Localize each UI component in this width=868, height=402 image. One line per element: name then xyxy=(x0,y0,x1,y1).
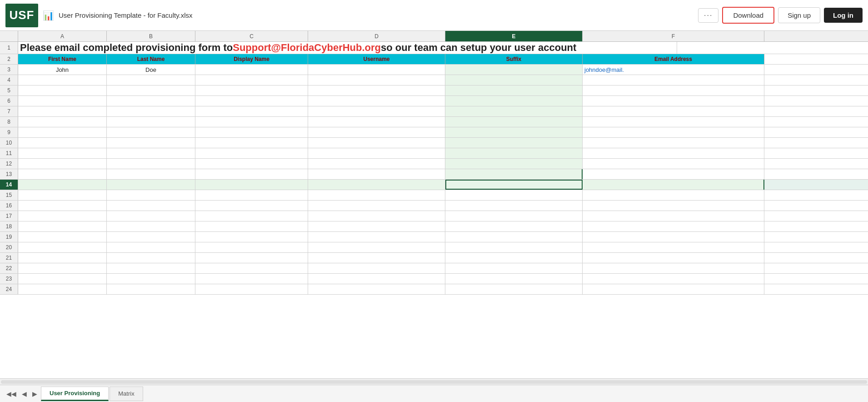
horizontal-scrollbar[interactable] xyxy=(0,378,868,385)
grid-row-18: 18 xyxy=(0,221,868,232)
grid-scroll[interactable]: 1 Please email completed provisioning fo… xyxy=(0,42,868,378)
row1-email-link[interactable]: Support@FloridaCyberHub.org xyxy=(233,42,381,54)
first-sheet-button[interactable]: ◀◀ xyxy=(4,388,19,399)
cell-header-firstname: First Name xyxy=(18,54,107,64)
grid-row-19: 19 xyxy=(0,232,868,242)
col-header-d[interactable]: D xyxy=(308,31,445,41)
row-num-3: 3 xyxy=(0,65,18,75)
grid-row-14: 14 xyxy=(0,180,868,190)
prev-sheet-button[interactable]: ◀ xyxy=(19,388,30,399)
grid-row-10: 10 xyxy=(0,138,868,148)
col-header-e[interactable]: E xyxy=(445,31,583,41)
header: USF 📊 User Provisioning Template - for F… xyxy=(0,0,868,31)
more-button[interactable]: ··· xyxy=(698,8,718,23)
grid-row-7: 7 xyxy=(0,106,868,117)
cell-3-b[interactable]: Doe xyxy=(107,65,195,75)
usf-logo: USF xyxy=(5,4,38,27)
cell-3-f[interactable]: johndoe@mail. xyxy=(583,65,764,75)
cell-3-c[interactable] xyxy=(195,65,308,75)
cell-3-e[interactable] xyxy=(445,65,583,75)
grid-row-15: 15 xyxy=(0,190,868,201)
cell-3-d[interactable] xyxy=(308,65,445,75)
grid-row-1: 1 Please email completed provisioning fo… xyxy=(0,42,868,54)
grid-row-3: 3 John Doe johndoe@mail. xyxy=(0,65,868,75)
col-header-b[interactable]: B xyxy=(107,31,195,41)
row-num-header-corner xyxy=(0,31,18,41)
cell-header-displayname: Display Name xyxy=(195,54,308,64)
cell-header-suffix: Suffix xyxy=(445,54,583,64)
cell-header-email: Email Address xyxy=(583,54,764,64)
grid-row-21: 21 xyxy=(0,253,868,263)
file-icon: 📊 xyxy=(43,10,54,21)
row-num-14: 14 xyxy=(0,180,18,190)
cell-header-lastname: Last Name xyxy=(107,54,195,64)
cell-3-a[interactable]: John xyxy=(18,65,107,75)
grid-row-24: 24 xyxy=(0,284,868,295)
grid: 1 Please email completed provisioning fo… xyxy=(0,42,868,295)
login-button[interactable]: Log in xyxy=(824,8,863,23)
row1-after-text: so our team can setup your user account xyxy=(381,42,576,54)
tab-user-provisioning[interactable]: User Provisioning xyxy=(41,387,109,401)
col-header-c[interactable]: C xyxy=(195,31,308,41)
grid-row-2: 2 First Name Last Name Display Name User… xyxy=(0,54,868,65)
cell-header-username: Username xyxy=(308,54,445,64)
tab-matrix[interactable]: Matrix xyxy=(110,387,143,401)
grid-row-6: 6 xyxy=(0,96,868,106)
col-header-a[interactable]: A xyxy=(18,31,107,41)
grid-row-17: 17 xyxy=(0,211,868,221)
grid-row-13: 13 xyxy=(0,169,868,180)
grid-row-20: 20 xyxy=(0,242,868,253)
file-title: User Provisioning Template - for Faculty… xyxy=(59,11,693,19)
grid-row-22: 22 xyxy=(0,263,868,274)
grid-row-5: 5 xyxy=(0,85,868,96)
signup-button[interactable]: Sign up xyxy=(778,7,820,23)
grid-row-23: 23 xyxy=(0,274,868,284)
grid-row-11: 11 xyxy=(0,148,868,159)
row-num-1: 1 xyxy=(0,42,18,54)
active-cell-14e[interactable] xyxy=(445,180,583,190)
row-num-2: 2 xyxy=(0,54,18,64)
download-button[interactable]: Download xyxy=(722,7,774,24)
bottom-bar: ◀◀ ◀ ▶ User Provisioning Matrix xyxy=(0,385,868,402)
grid-row-9: 9 xyxy=(0,127,868,138)
grid-row-12: 12 xyxy=(0,159,868,169)
col-headers: A B C D E F xyxy=(0,31,868,42)
row1-plain-text: Please email completed provisioning form… xyxy=(20,42,233,54)
header-actions: ··· Download Sign up Log in xyxy=(698,7,863,24)
col-header-f[interactable]: F xyxy=(583,31,764,41)
next-sheet-button[interactable]: ▶ xyxy=(30,388,40,399)
grid-row-4: 4 xyxy=(0,75,868,85)
grid-row-8: 8 xyxy=(0,117,868,127)
spreadsheet-container: A B C D E F 1 Please email completed pro… xyxy=(0,31,868,385)
grid-row-16: 16 xyxy=(0,201,868,211)
scrollbar-track[interactable] xyxy=(1,380,867,384)
logo-text: USF xyxy=(10,8,35,22)
cell-row1-message: Please email completed provisioning form… xyxy=(18,42,677,54)
